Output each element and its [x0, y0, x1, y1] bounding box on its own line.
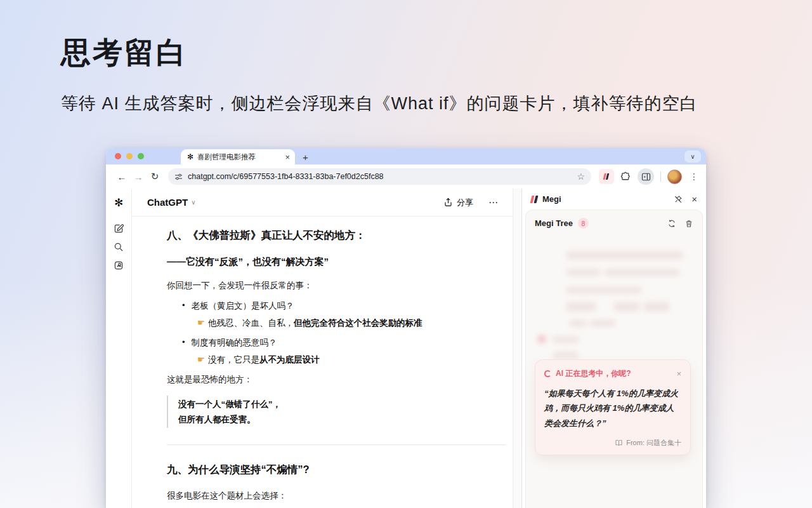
card-close-icon[interactable]: × [676, 370, 681, 378]
new-tab-button[interactable]: + [303, 152, 308, 162]
quote-line: 但所有人都在受害。 [178, 412, 509, 427]
megi-panel-title: Megi [542, 194, 665, 204]
note-plain: 他残忍、冷血、自私， [208, 318, 294, 328]
reload-button[interactable]: ↻ [147, 171, 163, 182]
whatif-question-card[interactable]: AI 正在思考中，你呢? × “如果每天每个人有 1%的几率变成火鸡，而每只火鸡… [535, 359, 691, 455]
question-list: •老板（黄启文）是坏人吗？ ☛他残忍、冷血、自私，但他完全符合这个社会奖励的标准… [167, 299, 509, 366]
new-chat-icon[interactable] [114, 224, 124, 234]
pointing-finger-icon: ☛ [197, 355, 205, 364]
back-button[interactable]: ← [114, 171, 130, 182]
profile-avatar[interactable] [667, 170, 682, 184]
megi-tree-header: Megi Tree 8 [526, 210, 702, 235]
note-plain: 没有，它只是 [208, 355, 259, 364]
openai-logo-icon[interactable]: ✻ [114, 196, 123, 210]
browser-toolbar: ← → ↻ chatgpt.com/c/69577553-1fb4-8331-8… [106, 164, 706, 189]
note-bold: 从不为底层设计 [259, 355, 320, 364]
refresh-icon[interactable] [667, 219, 676, 228]
url-bar[interactable]: chatgpt.com/c/69577553-1fb4-8331-83ba-7e… [168, 168, 591, 185]
side-panel-toggle-icon[interactable] [638, 168, 654, 185]
megi-logo-icon [531, 196, 537, 203]
answer-note: ☛没有，它只是从不为底层设计 [167, 353, 509, 367]
page-background: 思考留白 等待 AI 生成答案时，侧边栏会浮现来自《What if》的问题卡片，… [0, 0, 812, 508]
scrollbar[interactable] [513, 189, 521, 508]
megi-tree-title: Megi Tree [535, 218, 573, 228]
traffic-light-close[interactable] [115, 153, 121, 159]
window-controls [106, 148, 152, 164]
url-text[interactable]: chatgpt.com/c/69577553-1fb4-8331-83ba-7e… [188, 172, 572, 181]
list-item: •制度有明确的恶意吗？ ☛没有，它只是从不为底层设计 [167, 336, 509, 366]
chatgpt-header: ChatGPT ∨ 分享 ⋯ [132, 189, 513, 217]
note-bold: 但他完全符合这个社会奖励的标准 [294, 318, 422, 328]
whatif-question-text: “如果每天每个人有 1%的几率变成火鸡，而每只火鸡有 1%的几率变成人类会发生什… [544, 386, 681, 431]
assistant-message: 八、《大佛普拉斯》真正让人不安的地方： ——它没有“反派”，也没有“解决方案” … [167, 217, 509, 508]
list-item: •老板（黄启文）是坏人吗？ ☛他残忍、冷血、自私，但他完全符合这个社会奖励的标准 [167, 299, 509, 330]
site-settings-icon[interactable] [174, 173, 183, 181]
card-header: AI 正在思考中，你呢? × [544, 368, 681, 379]
paragraph: 你回想一下，会发现一件很反常的事： [167, 279, 509, 293]
megi-extension-icon[interactable] [599, 169, 614, 184]
page-title: 思考留白 [61, 33, 698, 73]
model-selector[interactable]: ChatGPT ∨ [147, 197, 196, 208]
chevron-down-icon: ∨ [191, 199, 195, 206]
browser-menu-icon[interactable]: ⋮ [688, 171, 700, 182]
library-icon[interactable] [114, 260, 124, 271]
unpin-icon[interactable] [674, 195, 683, 204]
card-footer: From: 问题合集十 [544, 438, 681, 448]
answer-note: ☛他残忍、冷血、自私，但他完全符合这个社会奖励的标准 [167, 316, 509, 330]
bullet-icon: • [167, 336, 185, 350]
hero-section: 思考留白 等待 AI 生成答案时，侧边栏会浮现来自《What if》的问题卡片，… [61, 33, 698, 115]
window-body: ✻ ChatGPT ∨ [106, 189, 706, 508]
tab-title: 喜剧哲理电影推荐 [197, 152, 281, 162]
book-icon [615, 439, 623, 447]
card-source-label: From: 问题合集十 [626, 438, 681, 448]
share-label: 分享 [457, 197, 473, 208]
section-heading-8: 八、《大佛普拉斯》真正让人不安的地方： [167, 227, 509, 243]
chatgpt-mini-sidebar: ✻ [106, 189, 132, 508]
conversation-menu-icon[interactable]: ⋯ [488, 197, 499, 208]
share-button[interactable]: 分享 [443, 197, 473, 208]
section-subheading-8: ——它没有“反派”，也没有“解决方案” [167, 254, 509, 269]
chatgpt-favicon-icon: ✻ [187, 152, 193, 161]
tab-strip: ✻ 喜剧哲理电影推荐 × + ∨ [106, 148, 706, 164]
thinking-spinner-icon [544, 370, 551, 377]
traffic-light-zoom[interactable] [138, 153, 144, 159]
megi-panel-header: Megi × [522, 189, 706, 210]
megi-tree-card: Megi Tree 8 [525, 210, 703, 508]
bullet-icon: • [167, 299, 185, 313]
extensions-puzzle-icon[interactable] [620, 171, 631, 182]
extension-cluster: ⋮ [596, 168, 700, 185]
tab-search-chevron-icon[interactable]: ∨ [684, 150, 701, 163]
page-subtitle: 等待 AI 生成答案时，侧边栏会浮现来自《What if》的问题卡片，填补等待的… [61, 92, 698, 115]
megi-side-panel: Megi × Megi Tree 8 [521, 189, 706, 508]
blockquote: 没有一个人“做错了什么”， 但所有人都在受害。 [167, 396, 509, 428]
paragraph: 很多电影在这个题材上会选择： [167, 489, 509, 503]
quote-line: 没有一个人“做错了什么”， [178, 397, 509, 412]
chat-scroll-area: 八、《大佛普拉斯》真正让人不安的地方： ——它没有“反派”，也没有“解决方案” … [132, 217, 513, 508]
browser-window: ✻ 喜剧哲理电影推荐 × + ∨ ← → ↻ chatgpt.com/c/695… [106, 148, 706, 508]
toolbar-separator [660, 171, 661, 182]
search-icon[interactable] [114, 242, 124, 252]
forward-button[interactable]: → [130, 171, 147, 182]
paragraph: 这就是最恐怖的地方： [167, 373, 509, 387]
browser-tab[interactable]: ✻ 喜剧哲理电影推荐 × [181, 149, 295, 164]
pointing-finger-icon: ☛ [197, 318, 205, 328]
card-status-text: AI 正在思考中，你呢? [556, 368, 672, 379]
trash-icon[interactable] [684, 219, 693, 228]
traffic-light-minimize[interactable] [126, 153, 133, 159]
bookmark-star-icon[interactable]: ☆ [577, 171, 585, 182]
section-divider [167, 444, 506, 445]
chatgpt-main: ChatGPT ∨ 分享 ⋯ 八、《大佛普拉斯》真正让人不安的地方： ——它没有… [132, 189, 513, 508]
list-item-text: 制度有明确的恶意吗？ [192, 336, 277, 350]
panel-close-icon[interactable]: × [691, 194, 697, 204]
section-heading-9: 九、为什么导演坚持“不煽情”? [167, 461, 509, 478]
list-item-text: 老板（黄启文）是坏人吗？ [192, 299, 294, 313]
model-name: ChatGPT [147, 197, 188, 208]
tab-close-icon[interactable]: × [285, 152, 290, 162]
tree-count-badge: 8 [578, 218, 589, 229]
blurred-tree-content [526, 236, 702, 363]
